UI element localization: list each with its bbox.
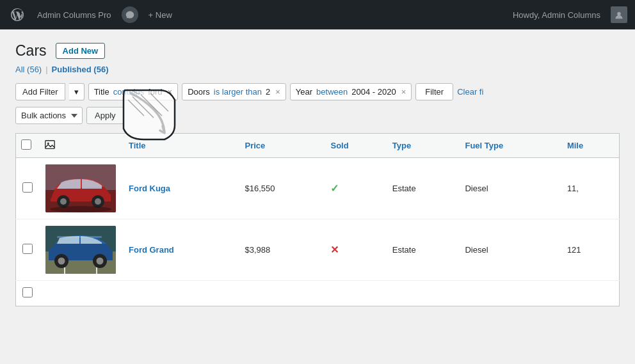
row2-car-svg [45, 226, 116, 274]
row2-fuel-cell: Diesel [458, 219, 560, 281]
page-title-area: Cars Add New [15, 42, 620, 59]
select-all-checkbox[interactable] [21, 139, 31, 150]
row1-miles-cell: 11, [561, 158, 620, 219]
partial-row-content [39, 281, 620, 306]
nav-separator: | [45, 65, 47, 74]
svg-point-14 [50, 206, 111, 212]
row2-price-cell: $3,988 [239, 219, 325, 281]
new-link-text: + New [149, 10, 172, 20]
filter2-value: 2 [266, 87, 270, 97]
filter1-value: ford [148, 87, 162, 97]
row2-checkbox-cell [16, 219, 40, 281]
title-column-header[interactable]: Title [122, 134, 239, 158]
fuel-type-column-header[interactable]: Fuel Type [458, 134, 560, 158]
all-posts-link[interactable]: All (56) [15, 65, 42, 74]
row2-image-cell [39, 219, 122, 281]
partial-row-checkbox-cell [16, 281, 40, 306]
filter-tag-title: Title contains ford × [88, 83, 179, 100]
filter2-field: Doors [188, 87, 210, 97]
row1-type-cell: Estate [386, 158, 459, 219]
filter-dropdown-button[interactable]: ▾ [69, 83, 84, 100]
filter1-field: Title [94, 87, 109, 97]
row2-title-cell: Ford Grand [122, 219, 239, 281]
row1-checkbox-cell [16, 158, 40, 219]
filter-apply-button[interactable]: Filter [415, 83, 453, 100]
table-row: Ford Kuga $16,550 ✓ Estate Diesel 11, [16, 158, 620, 219]
row1-sold-yes-icon: ✓ [330, 183, 339, 194]
bubble-svg [125, 10, 134, 19]
filter2-op: is larger than [214, 87, 262, 97]
filter2-remove-button[interactable]: × [275, 88, 280, 96]
page-title: Cars [15, 42, 47, 59]
row1-checkbox[interactable] [22, 182, 33, 193]
post-status-nav: All (56) | Published (56) [15, 65, 620, 74]
avatar-icon [615, 10, 623, 19]
table-row: Ford Grand $3,988 ✕ Estate Diesel 121 [16, 219, 620, 281]
filter3-remove-button[interactable]: × [401, 88, 406, 96]
new-content-link[interactable]: + New [149, 10, 172, 20]
clear-filters-link[interactable]: Clear fi [457, 87, 483, 97]
filter1-op: contains [113, 87, 144, 97]
svg-point-20 [58, 258, 65, 265]
row1-car-svg [45, 164, 116, 212]
table-row [16, 281, 620, 306]
admin-bar: Admin Columns Pro + New Howdy, Admin Col… [0, 0, 635, 29]
table-header-row: Title Price Sold Type Fuel Type [16, 134, 620, 158]
partial-row-checkbox[interactable] [22, 287, 33, 297]
admin-columns-pro-link[interactable]: Admin Columns Pro [37, 10, 111, 20]
row1-price-cell: $16,550 [239, 158, 325, 219]
row2-sold-no-icon: ✕ [330, 244, 339, 255]
filter1-remove-button[interactable]: × [168, 88, 173, 96]
all-count: (56) [27, 65, 42, 74]
image-column-icon [44, 139, 56, 150]
page-body: Cars Add New All (56) | Published (56) A… [0, 29, 635, 319]
row1-title-link[interactable]: Ford Kuga [129, 184, 170, 193]
comment-bubble-icon[interactable] [122, 6, 138, 23]
published-count: (56) [93, 65, 108, 74]
filter3-value: 2004 - 2020 [351, 87, 396, 97]
wp-logo-icon [11, 8, 24, 21]
cars-table: Title Price Sold Type Fuel Type [15, 133, 620, 306]
bulk-apply-button[interactable]: Apply [86, 107, 124, 124]
type-column-header[interactable]: Type [386, 134, 459, 158]
filter3-field: Year [296, 87, 312, 97]
published-posts-link[interactable]: Published (56) [52, 65, 109, 74]
row2-checkbox[interactable] [22, 244, 33, 254]
image-column-header [39, 134, 122, 158]
row2-type-cell: Estate [386, 219, 459, 281]
row1-car-image [45, 164, 116, 212]
filter-tag-year: Year between 2004 - 2020 × [290, 83, 412, 100]
wp-logo[interactable] [8, 5, 27, 24]
admin-avatar[interactable] [611, 6, 627, 23]
price-column-header[interactable]: Price [239, 134, 325, 158]
add-filter-button[interactable]: Add Filter [15, 83, 65, 100]
bulk-actions-area: Bulk actions Apply [15, 107, 620, 124]
bulk-actions-select[interactable]: Bulk actions [15, 107, 83, 124]
row2-car-image [45, 226, 116, 274]
svg-point-11 [60, 198, 67, 205]
published-label: Published [52, 65, 92, 74]
filter3-op: between [316, 87, 348, 97]
filter-bar: Add Filter ▾ Title contains ford × Doors… [15, 83, 620, 100]
add-new-button[interactable]: Add New [56, 43, 106, 59]
row1-sold-cell: ✓ [324, 158, 385, 219]
row1-image-cell [39, 158, 122, 219]
all-label: All [15, 65, 24, 74]
row1-title-cell: Ford Kuga [122, 158, 239, 219]
row2-miles-cell: 121 [561, 219, 620, 281]
dropdown-arrow-icon: ▾ [74, 87, 79, 97]
svg-point-13 [95, 198, 101, 205]
filter-tag-doors: Doors is larger than 2 × [182, 83, 286, 100]
select-all-column [16, 134, 40, 158]
miles-column-header[interactable]: Mile [561, 134, 620, 158]
sold-column-header[interactable]: Sold [324, 134, 385, 158]
main-content: Cars Add New All (56) | Published (56) A… [0, 29, 635, 319]
row2-title-link[interactable]: Ford Grand [129, 245, 174, 255]
svg-point-22 [97, 258, 104, 265]
row1-fuel-cell: Diesel [458, 158, 560, 219]
row2-sold-cell: ✕ [324, 219, 385, 281]
svg-point-0 [617, 12, 621, 16]
svg-rect-6 [45, 141, 54, 149]
howdy-text: Howdy, Admin Columns [513, 10, 600, 20]
